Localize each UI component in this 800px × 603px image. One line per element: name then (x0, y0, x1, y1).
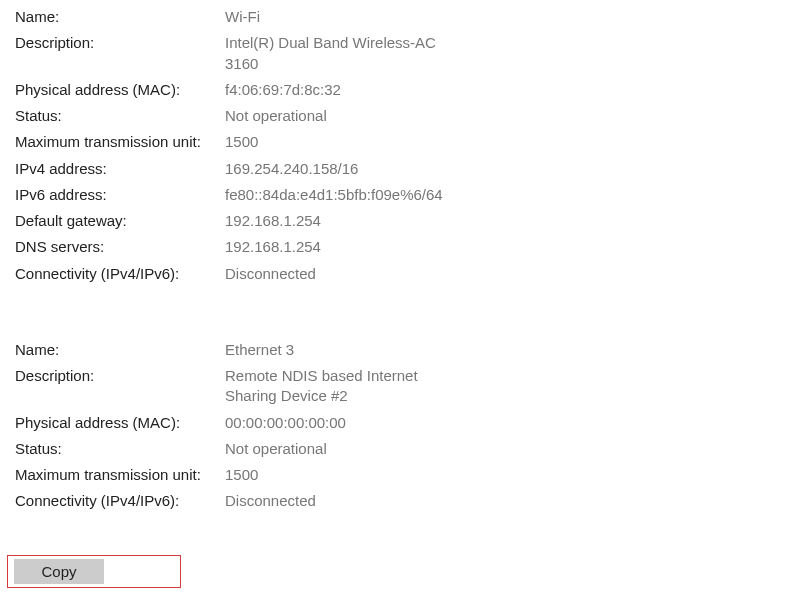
row-connectivity: Connectivity (IPv4/IPv6): Disconnected (15, 488, 785, 514)
value-ipv4: 169.254.240.158/16 (225, 159, 445, 179)
value-mtu: 1500 (225, 465, 445, 485)
label-name: Name: (15, 340, 225, 360)
copy-button[interactable]: Copy (14, 559, 104, 584)
value-name: Ethernet 3 (225, 340, 445, 360)
label-ipv6: IPv6 address: (15, 185, 225, 205)
value-status: Not operational (225, 439, 445, 459)
row-gateway: Default gateway: 192.168.1.254 (15, 208, 785, 234)
label-status: Status: (15, 106, 225, 126)
copy-button-highlight: Copy (7, 555, 181, 588)
row-status: Status: Not operational (15, 436, 785, 462)
label-mac: Physical address (MAC): (15, 80, 225, 100)
label-ipv4: IPv4 address: (15, 159, 225, 179)
adapter-section-wifi: Name: Wi-Fi Description: Intel(R) Dual B… (15, 4, 785, 287)
label-description: Description: (15, 33, 225, 53)
row-status: Status: Not operational (15, 103, 785, 129)
label-mtu: Maximum transmission unit: (15, 465, 225, 485)
row-ipv4: IPv4 address: 169.254.240.158/16 (15, 156, 785, 182)
label-connectivity: Connectivity (IPv4/IPv6): (15, 264, 225, 284)
value-mac: 00:00:00:00:00:00 (225, 413, 445, 433)
value-connectivity: Disconnected (225, 491, 445, 511)
value-mtu: 1500 (225, 132, 445, 152)
row-mac: Physical address (MAC): 00:00:00:00:00:0… (15, 410, 785, 436)
label-description: Description: (15, 366, 225, 386)
value-name: Wi-Fi (225, 7, 445, 27)
row-mtu: Maximum transmission unit: 1500 (15, 129, 785, 155)
row-ipv6: IPv6 address: fe80::84da:e4d1:5bfb:f09e%… (15, 182, 785, 208)
label-dns: DNS servers: (15, 237, 225, 257)
value-description: Remote NDIS based Internet Sharing Devic… (225, 366, 445, 407)
value-dns: 192.168.1.254 (225, 237, 445, 257)
value-ipv6: fe80::84da:e4d1:5bfb:f09e%6/64 (225, 185, 445, 205)
network-properties-panel: Name: Wi-Fi Description: Intel(R) Dual B… (0, 0, 800, 588)
label-mac: Physical address (MAC): (15, 413, 225, 433)
value-mac: f4:06:69:7d:8c:32 (225, 80, 445, 100)
adapter-section-ethernet: Name: Ethernet 3 Description: Remote NDI… (15, 337, 785, 515)
value-connectivity: Disconnected (225, 264, 445, 284)
label-connectivity: Connectivity (IPv4/IPv6): (15, 491, 225, 511)
row-mac: Physical address (MAC): f4:06:69:7d:8c:3… (15, 77, 785, 103)
label-status: Status: (15, 439, 225, 459)
row-connectivity: Connectivity (IPv4/IPv6): Disconnected (15, 261, 785, 287)
label-gateway: Default gateway: (15, 211, 225, 231)
row-name: Name: Ethernet 3 (15, 337, 785, 363)
row-description: Description: Intel(R) Dual Band Wireless… (15, 30, 785, 77)
value-gateway: 192.168.1.254 (225, 211, 445, 231)
row-name: Name: Wi-Fi (15, 4, 785, 30)
label-mtu: Maximum transmission unit: (15, 132, 225, 152)
label-name: Name: (15, 7, 225, 27)
row-dns: DNS servers: 192.168.1.254 (15, 234, 785, 260)
value-description: Intel(R) Dual Band Wireless-AC 3160 (225, 33, 445, 74)
value-status: Not operational (225, 106, 445, 126)
row-mtu: Maximum transmission unit: 1500 (15, 462, 785, 488)
row-description: Description: Remote NDIS based Internet … (15, 363, 785, 410)
